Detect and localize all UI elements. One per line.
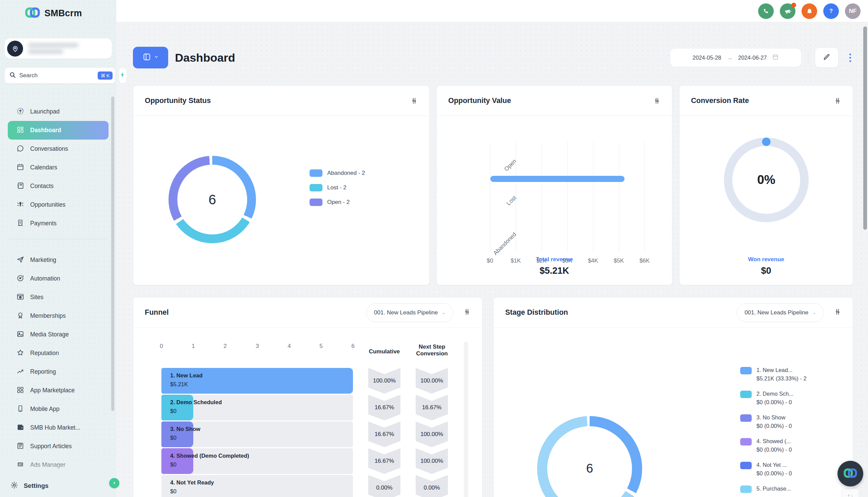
- sidebar-item-contacts[interactable]: Contacts: [8, 177, 109, 196]
- edit-dashboard-button[interactable]: [815, 47, 839, 68]
- funnel-row[interactable]: 4. Not Yet Ready $0: [161, 475, 353, 497]
- search-box[interactable]: ⌘ K: [5, 68, 115, 83]
- sidebar-item-memberships[interactable]: Memberships: [8, 307, 109, 325]
- sidebar-item-conversations[interactable]: Conversations: [8, 140, 109, 158]
- sidebar-item-label: Memberships: [30, 312, 66, 320]
- sidebar-item-reporting[interactable]: Reporting: [8, 363, 109, 381]
- phone-icon[interactable]: [758, 3, 774, 19]
- stage-legend-item[interactable]: 1. New Lead... $5.21K (33.33%) - 2: [740, 366, 807, 383]
- legend-item[interactable]: Abandoned - 2: [309, 169, 365, 177]
- search-input[interactable]: [19, 72, 94, 79]
- stage-legend-item[interactable]: 2. Demo Sch... $0 (0.00%) - 0: [740, 389, 807, 407]
- sidebar-item-label: Mobile App: [30, 406, 60, 413]
- legend-label: Open - 2: [327, 199, 349, 205]
- avatar[interactable]: NF: [845, 3, 860, 19]
- sidebar-item-sites[interactable]: Sites: [8, 288, 109, 307]
- legend-item[interactable]: Lost - 2: [309, 184, 365, 191]
- funnel-row[interactable]: 2. Demo Scheduled $0: [161, 395, 353, 421]
- date-end[interactable]: 2024-06-27: [738, 55, 767, 61]
- help-chat-launcher[interactable]: [838, 461, 863, 486]
- notifications-bell-icon[interactable]: [801, 3, 817, 19]
- card-settings-sliders-icon[interactable]: [834, 97, 841, 104]
- card-settings-sliders-icon[interactable]: [834, 308, 841, 317]
- sidebar-item-media-storage[interactable]: Media Storage: [8, 325, 109, 344]
- marketing-icon: [16, 255, 24, 265]
- settings-label: Settings: [24, 482, 49, 489]
- stage-legend-value: $0 (0.00%) - 0: [756, 422, 792, 430]
- sidebar-item-launchpad[interactable]: Launchpad: [8, 102, 109, 121]
- stage-legend-name: 1. New Lead...: [756, 366, 807, 374]
- legend-swatch: [740, 414, 752, 422]
- sidebar-item-app-marketplace[interactable]: App Marketplace: [8, 381, 109, 400]
- sidebar-item-marketing[interactable]: Marketing: [8, 251, 109, 269]
- funnel-stage-value: $0: [170, 435, 201, 441]
- stage-legend-item[interactable]: 5. Purchase...: [740, 484, 807, 493]
- donut-total: 6: [537, 416, 642, 497]
- funnel-row-text: 1. New Lead $5.21K: [170, 372, 203, 387]
- app-marketplace-icon: [16, 386, 24, 395]
- stage-distribution-donut-chart[interactable]: 6: [537, 416, 642, 497]
- legend-swatch: [740, 438, 752, 445]
- page-scrollbar[interactable]: [863, 26, 867, 230]
- stage-legend-value: $0 (0.00%) - 0: [756, 469, 792, 478]
- more-options-kebab-icon[interactable]: [847, 52, 853, 64]
- funnel-row-text: 3. No Show $0: [170, 426, 201, 441]
- opportunity-status-donut-chart[interactable]: 6: [168, 156, 256, 243]
- opportunities-icon: [16, 200, 24, 210]
- bar-open[interactable]: [490, 176, 624, 182]
- sidebar-item-payments[interactable]: Payments: [8, 214, 109, 233]
- sidebar-item-reputation[interactable]: Reputation: [8, 344, 109, 363]
- legend-item[interactable]: Open - 2: [309, 199, 365, 206]
- account-name-redacted: [28, 43, 79, 54]
- conversion-rate-gauge[interactable]: 0%: [724, 138, 809, 222]
- date-start[interactable]: 2024-05-28: [693, 55, 721, 61]
- sidebar-item-ads-manager[interactable]: Ads Manager: [8, 456, 109, 474]
- quick-actions-button[interactable]: [119, 68, 126, 83]
- total-revenue-link[interactable]: Total revenue: [437, 256, 672, 263]
- stage-legend-item[interactable]: 3. No Show $0 (0.00%) - 0: [740, 413, 807, 430]
- scroll-up-down-button[interactable]: ↑↓: [842, 488, 859, 497]
- sidebar-collapse-button[interactable]: ‹: [109, 478, 119, 488]
- gear-icon: [10, 481, 18, 491]
- won-revenue-link[interactable]: Won revenue: [679, 256, 853, 263]
- legend-swatch: [740, 367, 752, 374]
- conversations-icon: [16, 144, 24, 154]
- funnel-row[interactable]: 3. No Show $0: [161, 422, 353, 447]
- sidebar-item-calendars[interactable]: Calendars: [8, 158, 109, 177]
- stage-legend-item[interactable]: 4. Not Yet ... $0 (0.00%) - 0: [740, 461, 807, 478]
- stage-legend-item[interactable]: 4. Showed (... $0 (0.00%) - 0: [740, 437, 807, 454]
- card-settings-sliders-icon[interactable]: [411, 97, 418, 104]
- sidebar-item-label: App Marketplace: [30, 387, 74, 394]
- sidebar-scrollbar[interactable]: [111, 97, 114, 411]
- legend-swatch: [309, 199, 322, 206]
- sidebar-item-smb-hub-market[interactable]: SMB Hub Market...: [8, 418, 109, 437]
- calendars-icon: [16, 163, 24, 172]
- sidebar-item-support-articles[interactable]: Support Articles: [8, 437, 109, 456]
- account-switcher[interactable]: [5, 38, 112, 59]
- funnel-axis-tick: 4: [288, 343, 291, 350]
- brand-logo-icon: [844, 468, 857, 479]
- sidebar-item-opportunities[interactable]: Opportunities: [8, 196, 109, 214]
- funnel-pipeline-select[interactable]: 001. New Leads Pipeline⌄: [366, 303, 453, 322]
- legend-label: Abandoned - 2: [327, 170, 365, 176]
- sidebar-item-dashboard[interactable]: Dashboard: [8, 121, 109, 140]
- sites-icon: [16, 293, 24, 302]
- card-settings-sliders-icon[interactable]: [464, 308, 471, 317]
- date-range-picker[interactable]: 2024-05-28 → 2024-06-27: [670, 48, 801, 67]
- card-settings-sliders-icon[interactable]: [653, 97, 661, 104]
- funnel-row[interactable]: 1. New Lead $5.21K: [161, 368, 353, 394]
- sidebar-item-automation[interactable]: Automation: [8, 269, 109, 288]
- stage-pipeline-select[interactable]: 001. New Leads Pipeline⌄: [737, 303, 824, 322]
- sidebar-item-mobile-app[interactable]: Mobile App: [8, 400, 109, 418]
- lightning-icon: [119, 71, 126, 80]
- funnel-card: Funnel 001. New Leads Pipeline⌄ Cumulati…: [133, 297, 482, 497]
- announcements-icon[interactable]: [780, 3, 796, 19]
- funnel-scrollbar[interactable]: [464, 341, 468, 497]
- help-icon[interactable]: ?: [823, 3, 839, 19]
- sidebar-item-settings[interactable]: Settings: [0, 474, 116, 497]
- sidebar-item-label: Payments: [30, 220, 57, 227]
- dashboard-layout-button[interactable]: [133, 47, 168, 68]
- gauge-marker-dot: [762, 138, 771, 146]
- funnel-row[interactable]: 4. Showed (Demo Completed) $0: [161, 448, 353, 474]
- card-title: Opportunity Value: [448, 97, 511, 105]
